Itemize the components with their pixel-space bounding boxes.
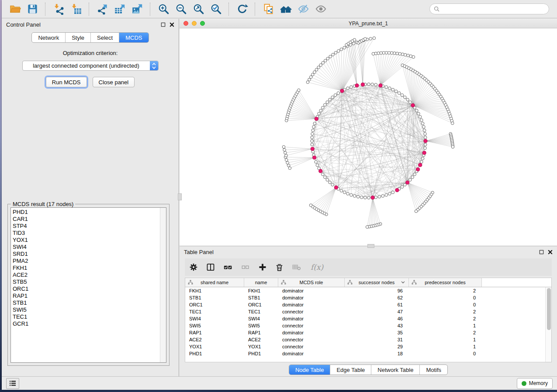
import-network-button[interactable] bbox=[50, 2, 67, 17]
search-field[interactable] bbox=[429, 3, 549, 14]
vertical-splitter-handle[interactable] bbox=[178, 193, 182, 200]
table-cell[interactable]: 35 bbox=[345, 330, 409, 335]
table-cell[interactable]: 1 bbox=[409, 344, 482, 349]
table-cell[interactable]: YOX1 bbox=[244, 344, 278, 349]
table-cell[interactable]: SWI4 bbox=[185, 316, 244, 321]
mcds-result-item[interactable]: FKH1 bbox=[11, 265, 166, 272]
mcds-list-scrollbar[interactable] bbox=[160, 208, 166, 362]
column-header-mcds-role[interactable]: MCDS role bbox=[278, 278, 345, 287]
save-session-button[interactable] bbox=[24, 2, 41, 17]
table-row[interactable]: TEC1TEC1connector472 bbox=[185, 308, 551, 315]
table-cell[interactable]: SWI5 bbox=[185, 323, 244, 328]
zoom-in-button[interactable] bbox=[155, 2, 172, 17]
network-window-titlebar[interactable]: YPA_prune.txt_1 bbox=[180, 19, 557, 28]
select-all-button[interactable] bbox=[223, 263, 233, 272]
table-cell[interactable]: FKH1 bbox=[244, 288, 278, 293]
table-cell[interactable]: TEC1 bbox=[244, 309, 278, 314]
table-cell[interactable]: 0 bbox=[409, 295, 482, 300]
mcds-result-item[interactable]: SWI4 bbox=[11, 244, 166, 251]
table-cell[interactable]: YOX1 bbox=[185, 344, 244, 349]
close-panel-icon[interactable] bbox=[170, 22, 174, 27]
mcds-result-item[interactable]: PHD1 bbox=[11, 209, 166, 216]
table-cell[interactable]: TEC1 bbox=[185, 309, 244, 314]
task-history-button[interactable] bbox=[6, 378, 19, 389]
mcds-result-item[interactable]: YOX1 bbox=[11, 237, 166, 244]
table-cell[interactable]: 31 bbox=[345, 337, 409, 342]
first-neighbors-button[interactable] bbox=[277, 2, 294, 17]
table-row[interactable]: SWI5SWI5connector431 bbox=[185, 322, 551, 329]
open-file-button[interactable] bbox=[6, 2, 24, 17]
export-network-button[interactable] bbox=[93, 2, 111, 17]
tab-network-table[interactable]: Network Table bbox=[371, 365, 420, 375]
table-cell[interactable]: 96 bbox=[345, 288, 409, 293]
table-cell[interactable]: STB1 bbox=[244, 295, 278, 300]
table-cell[interactable]: 62 bbox=[345, 295, 409, 300]
close-panel-icon[interactable] bbox=[548, 250, 553, 254]
column-header-successor-nodes[interactable]: successor nodes bbox=[345, 278, 409, 287]
column-header-name[interactable]: name bbox=[244, 278, 278, 287]
delete-column-button[interactable] bbox=[275, 263, 284, 272]
zoom-fit-button[interactable] bbox=[190, 2, 207, 17]
table-cell[interactable]: 29 bbox=[345, 344, 409, 349]
horizontal-splitter-handle[interactable] bbox=[367, 244, 374, 248]
table-cell[interactable]: 2 bbox=[409, 288, 482, 293]
table-cell[interactable]: ORC1 bbox=[185, 302, 244, 307]
tab-network[interactable]: Network bbox=[32, 33, 66, 42]
table-cell[interactable]: connector bbox=[278, 309, 345, 314]
table-row[interactable]: YOX1YOX1connector291 bbox=[185, 343, 551, 350]
mcds-result-item[interactable]: TID3 bbox=[11, 230, 166, 237]
table-row[interactable]: PHD1PHD1dominator180 bbox=[185, 350, 551, 357]
mcds-result-item[interactable]: RAP1 bbox=[11, 292, 166, 299]
table-cell[interactable]: dominator bbox=[278, 316, 345, 321]
table-cell[interactable]: 61 bbox=[345, 302, 409, 307]
table-cell[interactable]: ACE2 bbox=[185, 337, 244, 342]
table-cell[interactable]: PHD1 bbox=[185, 351, 244, 356]
network-canvas[interactable] bbox=[180, 28, 557, 246]
table-row[interactable]: STB1STB1dominator620 bbox=[185, 294, 551, 301]
mcds-result-item[interactable]: GCR1 bbox=[11, 320, 166, 327]
window-maximize-icon[interactable] bbox=[200, 21, 205, 26]
table-scrollbar[interactable] bbox=[545, 287, 551, 362]
mcds-result-item[interactable]: TEC1 bbox=[11, 313, 166, 320]
table-cell[interactable]: RAP1 bbox=[244, 330, 278, 335]
table-cell[interactable]: dominator bbox=[278, 330, 345, 335]
mcds-result-item[interactable]: ORC1 bbox=[11, 285, 166, 292]
table-cell[interactable]: dominator bbox=[278, 302, 345, 307]
hide-selected-button[interactable] bbox=[294, 2, 312, 17]
table-cell[interactable]: 46 bbox=[345, 316, 409, 321]
table-cell[interactable]: STB1 bbox=[185, 295, 244, 300]
float-panel-icon[interactable] bbox=[161, 22, 166, 27]
mcds-result-item[interactable]: STB1 bbox=[11, 299, 166, 306]
table-cell[interactable]: 43 bbox=[345, 323, 409, 328]
window-close-icon[interactable] bbox=[183, 21, 188, 26]
table-row[interactable]: RAP1RAP1dominator352 bbox=[185, 329, 551, 336]
table-cell[interactable]: SWI5 bbox=[244, 323, 278, 328]
table-cell[interactable]: connector bbox=[278, 344, 345, 349]
mcds-result-item[interactable]: STP4 bbox=[11, 223, 166, 230]
show-columns-button[interactable] bbox=[206, 263, 215, 272]
tab-select[interactable]: Select bbox=[91, 33, 119, 42]
clone-network-button[interactable] bbox=[259, 2, 277, 17]
export-image-button[interactable] bbox=[128, 2, 146, 17]
memory-button[interactable]: Memory bbox=[517, 378, 553, 389]
table-cell[interactable]: 47 bbox=[345, 309, 409, 314]
run-mcds-button[interactable]: Run MCDS bbox=[46, 77, 87, 87]
zoom-out-button[interactable] bbox=[172, 2, 190, 17]
search-input[interactable] bbox=[442, 6, 545, 13]
table-row[interactable]: SWI4SWI4dominator462 bbox=[185, 315, 551, 322]
table-cell[interactable]: ORC1 bbox=[244, 302, 278, 307]
table-row[interactable]: ORC1ORC1dominator610 bbox=[185, 301, 551, 308]
mcds-result-list[interactable]: PHD1CAR1STP4TID3YOX1SWI4SRD1PMA2FKH1ACE2… bbox=[10, 207, 166, 363]
table-cell[interactable]: 2 bbox=[409, 309, 482, 314]
tab-node-table[interactable]: Node Table bbox=[289, 365, 331, 375]
mcds-result-item[interactable]: ACE2 bbox=[11, 272, 166, 279]
table-cell[interactable]: 1 bbox=[409, 337, 482, 342]
table-cell[interactable]: 1 bbox=[409, 323, 482, 328]
float-panel-icon[interactable] bbox=[539, 250, 544, 254]
table-cell[interactable]: dominator bbox=[278, 295, 345, 300]
table-cell[interactable]: connector bbox=[278, 323, 345, 328]
tab-motifs[interactable]: Motifs bbox=[420, 365, 447, 375]
zoom-selected-button[interactable] bbox=[207, 2, 225, 17]
mcds-result-item[interactable]: CAR1 bbox=[11, 216, 166, 223]
refresh-button[interactable] bbox=[233, 2, 251, 17]
